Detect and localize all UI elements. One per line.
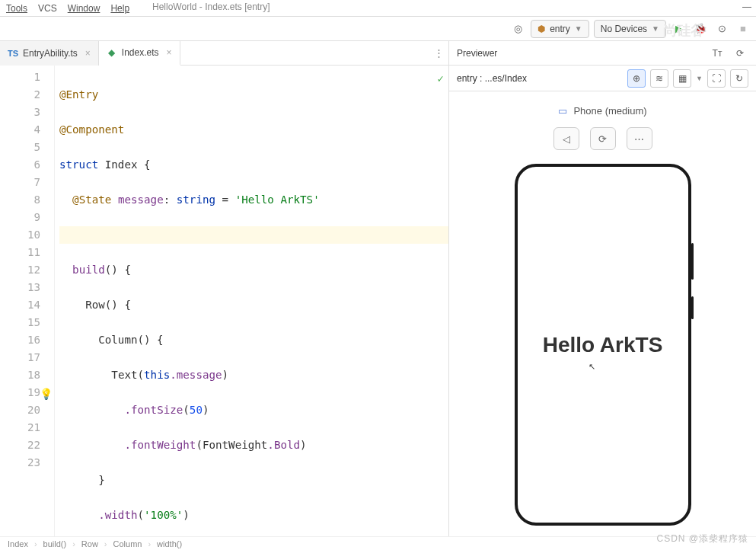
code-content[interactable]: @Entry @Component struct Index { @State … — [55, 66, 448, 536]
chevron-down-icon[interactable]: ▼ — [696, 75, 703, 82]
previewer-pane: Previewer Tт ⟳ entry : ...es/Index ⊕ ≋ ▦… — [449, 41, 756, 536]
menu-vcs[interactable]: VCS — [38, 3, 57, 14]
phone-display-text: Hello ArkTS — [543, 333, 663, 357]
previewer-title: Previewer — [457, 48, 497, 59]
watermark-top: 尚硅谷 — [663, 21, 704, 40]
profile-icon[interactable]: ⊙ — [713, 21, 730, 37]
toolbar: 尚硅谷 ◎ ⬢ entry ▼ No Devices ▼ ▶ 🐞 ⊙ ■ — [0, 17, 756, 41]
breadcrumb-item[interactable]: Index — [8, 539, 28, 548]
lightbulb-icon[interactable]: 💡 — [40, 385, 53, 403]
module-label: entry — [550, 24, 570, 34]
expand-icon[interactable]: ⛶ — [707, 69, 726, 88]
menu-help[interactable]: Help — [110, 3, 129, 14]
chevron-down-icon: ▼ — [575, 24, 582, 33]
more-button[interactable]: ⋯ — [627, 127, 652, 150]
editor-tabs: TS EntryAbility.ts × ◆ Index.ets × ⋮ — [0, 41, 448, 66]
phone-frame: Hello ArkTS ↖ — [515, 164, 691, 526]
gutter: 1 2 3 4 5 6 7 8 9 10 11 12 13 14 15 16 1… — [0, 66, 55, 536]
text-tool-icon[interactable]: Tт — [709, 45, 726, 62]
ts-file-icon: TS — [8, 48, 18, 59]
breadcrumb-item[interactable]: build() — [43, 539, 67, 548]
chevron-down-icon: ▼ — [652, 24, 659, 33]
close-icon[interactable]: × — [167, 47, 172, 58]
stop-icon[interactable]: ■ — [735, 21, 751, 37]
tab-index[interactable]: ◆ Index.ets × — [99, 41, 180, 66]
target-icon[interactable]: ◎ — [509, 21, 526, 37]
previewer-subheader: entry : ...es/Index ⊕ ≋ ▦ ▼ ⛶ ↻ — [449, 66, 756, 91]
device-toolbar: ◁ ⟳ ⋯ — [553, 127, 652, 150]
window-title: HelloWorld - Index.ets [entry] — [152, 2, 270, 12]
watermark: CSDN @添柴程序猿 — [656, 532, 748, 545]
cursor-icon: ↖ — [589, 362, 595, 372]
phone-side-button — [691, 243, 694, 280]
phone-icon: ▭ — [558, 105, 567, 117]
grid-icon[interactable]: ▦ — [673, 69, 691, 88]
menu-bar: Tools VCS Window Help HelloWorld - Index… — [0, 0, 756, 17]
breadcrumb-item[interactable]: Column — [113, 539, 142, 548]
menu-window[interactable]: Window — [68, 3, 100, 14]
tab-label: EntryAbility.ts — [23, 48, 78, 59]
minimize-icon[interactable]: — — [742, 2, 751, 12]
editor-pane: TS EntryAbility.ts × ◆ Index.ets × ⋮ ✓ 1… — [0, 41, 449, 536]
cube-icon: ⬢ — [537, 24, 545, 34]
tab-entryability[interactable]: TS EntryAbility.ts × — [0, 41, 99, 66]
menu-tools[interactable]: Tools — [6, 3, 27, 14]
ets-file-icon: ◆ — [107, 47, 117, 58]
layers-icon[interactable]: ≋ — [650, 69, 668, 88]
back-button[interactable]: ◁ — [553, 127, 579, 150]
module-selector[interactable]: ⬢ entry ▼ — [531, 20, 589, 38]
tab-label: Index.ets — [122, 47, 159, 58]
inspect-icon[interactable]: ⊕ — [627, 69, 646, 88]
device-label: No Devices — [601, 24, 647, 34]
reload-icon[interactable]: ↻ — [730, 69, 748, 88]
phone-side-button — [691, 296, 694, 319]
tab-more-icon[interactable]: ⋮ — [434, 47, 444, 59]
preview-canvas: ▭ Phone (medium) ◁ ⟳ ⋯ Hello ArkTS ↖ — [449, 91, 756, 536]
close-icon[interactable]: × — [85, 48, 91, 59]
previewer-header: Previewer Tт ⟳ — [449, 41, 756, 66]
rotate-button[interactable]: ⟳ — [590, 127, 616, 150]
breadcrumb-item[interactable]: Row — [81, 539, 98, 548]
breadcrumb: Index› build()› Row› Column› width() — [0, 536, 756, 550]
refresh-icon[interactable]: ⟳ — [732, 45, 748, 62]
code-editor[interactable]: ✓ 1 2 3 4 5 6 7 8 9 10 11 12 13 14 15 16… — [0, 66, 448, 536]
previewer-path: entry : ...es/Index — [457, 73, 527, 84]
breadcrumb-item[interactable]: width() — [157, 539, 182, 548]
device-label: ▭ Phone (medium) — [558, 105, 646, 117]
device-selector[interactable]: No Devices ▼ — [594, 20, 666, 38]
